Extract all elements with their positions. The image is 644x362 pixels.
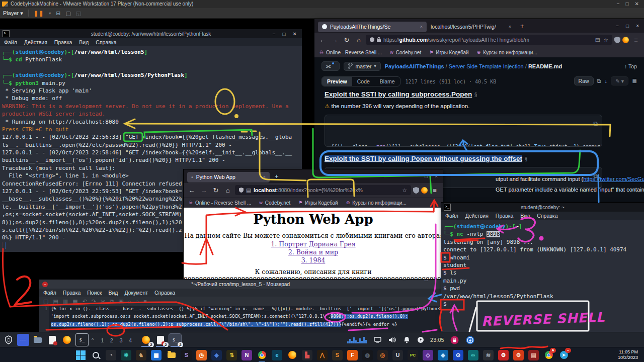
tab-python-web-app[interactable]: • Python Web App × bbox=[187, 172, 270, 183]
file-manager-icon[interactable] bbox=[32, 334, 44, 346]
new-tab-button[interactable]: + bbox=[275, 172, 279, 180]
window-maximize-button[interactable]: □ bbox=[626, 23, 629, 29]
workspace-1[interactable]: 1 bbox=[101, 337, 104, 343]
toolbar-icon[interactable]: ↷ bbox=[92, 298, 96, 305]
taskbar-icon-app[interactable]: ◎ bbox=[377, 350, 388, 360]
notification-bell-icon[interactable] bbox=[404, 336, 410, 343]
menu-item-Действия[interactable]: Действия bbox=[465, 213, 489, 219]
terminal-launcher-icon[interactable]: $_ bbox=[75, 333, 89, 346]
back-button[interactable]: ← bbox=[317, 36, 328, 44]
forward-button[interactable]: → bbox=[330, 36, 340, 44]
fullscreen-icon[interactable]: ▢ bbox=[65, 10, 70, 17]
book-link-1[interactable]: 1. Портрет Дориана Грея bbox=[184, 240, 443, 248]
anchor-link-icon[interactable]: § bbox=[524, 156, 527, 162]
reload-button[interactable]: ↻ bbox=[211, 187, 221, 194]
bookmark-item[interactable]: wCodeby.net bbox=[390, 50, 421, 55]
raw-button[interactable]: Raw bbox=[574, 76, 594, 85]
edit-pencil-icon[interactable]: ✎ ▾ bbox=[611, 76, 628, 85]
terminal1-maximize-button[interactable]: □ bbox=[283, 31, 286, 37]
anchor-link-icon[interactable]: § bbox=[474, 92, 477, 98]
menu-item-Действия[interactable]: Действия bbox=[24, 39, 47, 45]
download-icon[interactable]: ↓ bbox=[604, 78, 607, 84]
volume-icon[interactable] bbox=[388, 336, 396, 343]
window-maximize-button[interactable]: □ bbox=[425, 173, 428, 179]
copy-raw-icon[interactable]: ⧉ bbox=[597, 78, 601, 84]
taskbar-icon-app[interactable]: ◇ bbox=[423, 350, 433, 360]
taskbar-icon-app[interactable]: ⚙ bbox=[498, 350, 509, 360]
reload-button[interactable]: ↻ bbox=[342, 36, 352, 44]
home-button[interactable]: ⌂ bbox=[354, 36, 364, 44]
firefox-account-icon[interactable] bbox=[622, 37, 629, 43]
twitter-link[interactable]: https://twitter.com/SecGus bbox=[583, 176, 644, 182]
bookmark-item[interactable]: ☠Online - Reverse Shell ... bbox=[319, 50, 382, 55]
reader-view-icon[interactable]: ▤ bbox=[595, 37, 600, 43]
taskbar-icon-app[interactable]: S bbox=[181, 350, 192, 360]
menu-item-Справка[interactable]: Справка bbox=[537, 213, 557, 219]
back-to-top-link[interactable]: ↑ Top bbox=[624, 63, 637, 69]
window-close-button[interactable]: × bbox=[435, 173, 438, 179]
menu-item-Правка[interactable]: Правка bbox=[54, 39, 72, 45]
bookmark-star-icon[interactable]: ☆ bbox=[403, 187, 407, 193]
menu-item-Вид[interactable]: Вид bbox=[520, 213, 530, 219]
tab-payloadsallthethings[interactable]: PayloadsAllTheThings/Se × bbox=[318, 22, 427, 32]
adblock-shield-icon[interactable] bbox=[614, 37, 620, 43]
url-bar[interactable]: https://github.com/swisskyrepo/PayloadsA… bbox=[366, 35, 612, 45]
taskbar-icon-app[interactable]: N bbox=[242, 350, 252, 360]
window-minimize-button[interactable]: − bbox=[415, 173, 418, 179]
vmware-maximize-button[interactable]: □ bbox=[626, 0, 629, 8]
shield-permissions-icon[interactable] bbox=[370, 37, 374, 42]
taskbar-icon-app[interactable]: ∞ bbox=[468, 350, 478, 360]
home-button[interactable]: ⌂ bbox=[223, 187, 233, 194]
shield-permissions-icon[interactable] bbox=[239, 188, 244, 193]
menu-item-Файл[interactable]: Файл bbox=[4, 39, 17, 45]
mousepad-text[interactable]: {% for x in ().__class__.__base__.__subc… bbox=[49, 306, 440, 332]
menu-item-Вид[interactable]: Вид bbox=[79, 39, 89, 45]
tab-localhost-phptwig[interactable]: localhost/lesson5/PHPTwig/ × bbox=[427, 22, 515, 32]
toolbar-icon[interactable]: ▣ bbox=[118, 298, 123, 305]
text-editor-icon[interactable] bbox=[46, 334, 58, 346]
copy-code-icon[interactable]: ⧉ bbox=[593, 118, 598, 129]
kali-menu-icon[interactable] bbox=[3, 334, 15, 346]
firefox-account-icon[interactable] bbox=[421, 187, 428, 194]
toolbar-icon[interactable]: ⌕ bbox=[128, 298, 131, 305]
send-ctrl-alt-del-icon[interactable]: ⊟ bbox=[56, 10, 60, 17]
vmware-close-button[interactable]: ✕ bbox=[635, 0, 639, 8]
taskbar-terminal-active[interactable]: $_2 bbox=[169, 334, 181, 346]
taskbar-icon-app[interactable]: ◆ bbox=[438, 350, 448, 360]
terminal2-output[interactable]: ┌──(student㉿codeby)-[~]└─$ nc -nvlp 9898… bbox=[441, 220, 644, 334]
toolbar-icon[interactable]: ⧉ bbox=[110, 298, 114, 305]
menu-item-Файл[interactable]: Файл bbox=[43, 290, 56, 296]
taskbar-icon-chrome[interactable] bbox=[257, 350, 267, 360]
taskbar-icon-app[interactable]: F bbox=[347, 350, 358, 360]
taskbar-icon-search[interactable] bbox=[91, 350, 101, 360]
menu-item-Поиск[interactable]: Поиск bbox=[87, 290, 102, 296]
heading-subprocess-popen[interactable]: Exploit the SSTI by calling subprocess.P… bbox=[325, 90, 472, 98]
taskbar-icon-app[interactable]: ♞ bbox=[136, 350, 146, 360]
taskbar-icon-app[interactable]: ◈ bbox=[211, 350, 222, 360]
taskbar-icon-chrome[interactable]: A bbox=[543, 350, 554, 360]
toolbar-icon[interactable]: ▢ bbox=[43, 298, 48, 305]
tab-close-icon[interactable]: × bbox=[509, 24, 511, 29]
menu-item-Справка[interactable]: Справка bbox=[96, 39, 116, 45]
url-bar[interactable]: ▤ localhost:8080/index?book={%%20for%20x… bbox=[235, 185, 411, 195]
taskbar-icon-app[interactable]: ◷ bbox=[196, 350, 207, 360]
taskbar-icon-firefox[interactable] bbox=[287, 350, 297, 360]
toolbar-icon[interactable]: ≡ bbox=[143, 298, 146, 304]
taskbar-icon-app[interactable]: ◍ bbox=[362, 350, 373, 360]
taskbar-icon-folder[interactable] bbox=[166, 350, 177, 360]
taskbar-icon-app[interactable]: ⋀ bbox=[317, 350, 328, 360]
toolbar-icon[interactable]: ◌ bbox=[136, 298, 139, 304]
book-link-2[interactable]: 2. Война и мир bbox=[184, 248, 443, 256]
taskbar-icon-app[interactable]: ≋ bbox=[483, 350, 494, 360]
bookmark-item[interactable]: ⚑Игры Кодебай bbox=[429, 50, 469, 55]
taskbar-icon-app[interactable]: ▙ bbox=[302, 350, 312, 360]
tab-code[interactable]: Code bbox=[352, 77, 375, 86]
taskbar-icon-app[interactable]: ◔ bbox=[106, 350, 116, 360]
taskbar-icon-app[interactable]: ▤ bbox=[528, 350, 539, 360]
taskbar-icon-start[interactable] bbox=[75, 350, 86, 360]
breadcrumb-folder-link[interactable]: Server Side Template Injection bbox=[449, 63, 524, 69]
terminal2-titlebar[interactable]: >_ student@codeby: ~ bbox=[441, 203, 644, 212]
player-menu[interactable]: Player ▾ bbox=[3, 10, 23, 17]
hamburger-menu-icon[interactable]: ≡ bbox=[430, 187, 440, 194]
tab-preview[interactable]: Preview bbox=[322, 77, 352, 86]
